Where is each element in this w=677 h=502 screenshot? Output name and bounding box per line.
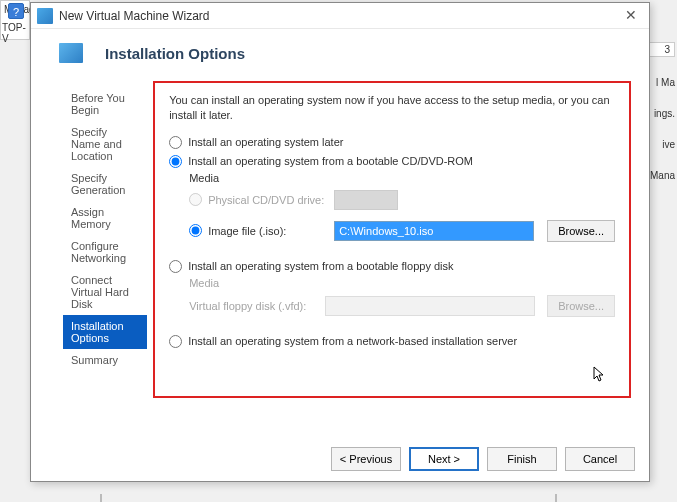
next-button[interactable]: Next > xyxy=(409,447,479,471)
step-assign-memory[interactable]: Assign Memory xyxy=(63,201,147,235)
label-image-file: Image file (.iso): xyxy=(208,225,328,237)
page-title: Installation Options xyxy=(105,45,245,62)
label-physical-drive: Physical CD/DVD drive: xyxy=(208,194,328,206)
intro-text: You can install an operating system now … xyxy=(169,93,615,124)
media-heading-floppy: Media xyxy=(189,277,615,289)
radio-install-floppy[interactable] xyxy=(169,260,182,273)
floppy-path-input xyxy=(325,296,535,316)
iso-path-input[interactable] xyxy=(334,221,534,241)
close-icon[interactable]: ✕ xyxy=(619,6,643,26)
step-connect-vhd[interactable]: Connect Virtual Hard Disk xyxy=(63,269,147,315)
step-installation-options[interactable]: Installation Options xyxy=(63,315,147,349)
wizard-header-icon xyxy=(59,43,83,63)
cancel-button[interactable]: Cancel xyxy=(565,447,635,471)
browse-floppy-button: Browse... xyxy=(547,295,615,317)
step-before-you-begin[interactable]: Before You Begin xyxy=(63,87,147,121)
previous-button[interactable]: < Previous xyxy=(331,447,401,471)
background-panel-right: 3 l Ma ings. ive Mana xyxy=(647,40,677,220)
app-icon xyxy=(37,8,53,24)
window-title: New Virtual Machine Wizard xyxy=(59,9,619,23)
label-floppy-file: Virtual floppy disk (.vfd): xyxy=(189,300,319,312)
finish-button[interactable]: Finish xyxy=(487,447,557,471)
cursor-icon xyxy=(593,366,607,384)
media-heading: Media xyxy=(189,172,615,184)
titlebar: New Virtual Machine Wizard ✕ xyxy=(31,3,649,29)
radio-install-network[interactable] xyxy=(169,335,182,348)
background-rule xyxy=(100,494,557,502)
physical-drive-combo xyxy=(334,190,398,210)
radio-image-file[interactable] xyxy=(189,224,202,237)
step-summary[interactable]: Summary xyxy=(63,349,147,371)
wizard-buttons: < Previous Next > Finish Cancel xyxy=(331,447,635,471)
browse-iso-button[interactable]: Browse... xyxy=(547,220,615,242)
wizard-header: Installation Options xyxy=(31,29,649,73)
radio-install-cd[interactable] xyxy=(169,155,182,168)
label-install-floppy[interactable]: Install an operating system from a boota… xyxy=(188,260,453,272)
step-specify-generation[interactable]: Specify Generation xyxy=(63,167,147,201)
label-install-cd[interactable]: Install an operating system from a boota… xyxy=(188,155,473,167)
content-panel: You can install an operating system now … xyxy=(153,81,631,398)
step-configure-networking[interactable]: Configure Networking xyxy=(63,235,147,269)
radio-install-later[interactable] xyxy=(169,136,182,149)
wizard-dialog: New Virtual Machine Wizard ✕ Installatio… xyxy=(30,2,650,482)
help-icon[interactable]: ? xyxy=(8,3,24,19)
background-text-top: TOP-V xyxy=(0,20,30,40)
label-install-network[interactable]: Install an operating system from a netwo… xyxy=(188,335,517,347)
step-specify-name[interactable]: Specify Name and Location xyxy=(63,121,147,167)
wizard-steps: Before You Begin Specify Name and Locati… xyxy=(51,73,147,428)
label-install-later[interactable]: Install an operating system later xyxy=(188,136,343,148)
radio-physical-drive xyxy=(189,193,202,206)
